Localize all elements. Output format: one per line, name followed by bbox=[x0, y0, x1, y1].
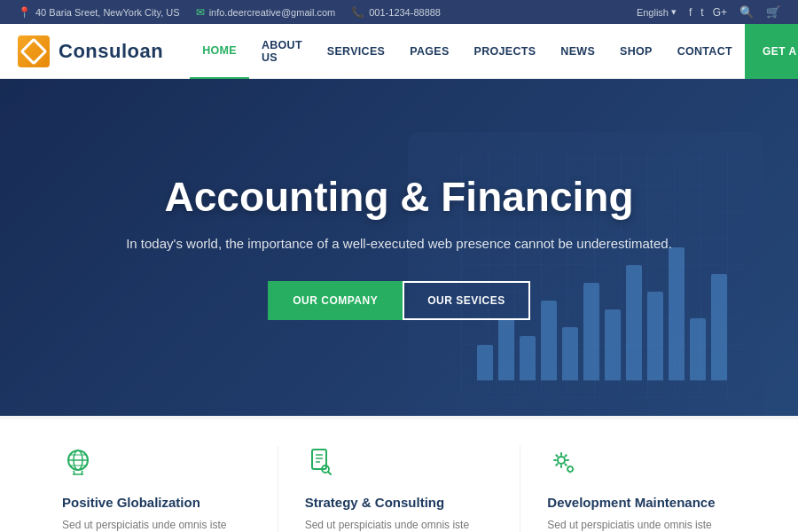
nav-shop[interactable]: SHOP bbox=[607, 24, 665, 79]
chart-bar bbox=[711, 274, 727, 380]
email-icon: ✉ bbox=[196, 6, 205, 19]
nav-pages[interactable]: PAGES bbox=[397, 24, 461, 79]
nav-contact[interactable]: CONTACT bbox=[665, 24, 745, 79]
chart-bar bbox=[605, 309, 621, 380]
hero-subtitle: In today's world, the importance of a we… bbox=[126, 234, 672, 254]
nav-about[interactable]: ABOUT US bbox=[249, 24, 315, 79]
brand-logo bbox=[18, 35, 50, 67]
chart-bar bbox=[690, 318, 706, 380]
doc-search-icon bbox=[305, 446, 494, 484]
nav-news[interactable]: NEWS bbox=[548, 24, 607, 79]
feature-consulting-text: Sed ut perspiciatis unde omnis iste natu… bbox=[305, 517, 494, 532]
email-text: info.deercreative@gmail.com bbox=[209, 7, 336, 18]
twitter-icon[interactable]: t bbox=[700, 6, 703, 19]
chart-bar bbox=[520, 336, 536, 380]
brand-logo-diamond bbox=[20, 37, 47, 65]
feature-globalization-title: Positive Globalization bbox=[62, 495, 251, 510]
hero-content: Accounting & Financing In today's world,… bbox=[90, 175, 708, 319]
top-bar-right: English ▾ f t G+ 🔍 🛒 bbox=[637, 5, 780, 19]
address-text: 40 Baria Sreet, NewYork City, US bbox=[35, 7, 180, 18]
gear-icon bbox=[547, 446, 736, 484]
facebook-icon[interactable]: f bbox=[689, 6, 692, 19]
chart-bar bbox=[562, 327, 578, 380]
feature-globalization-text: Sed ut perspiciatis unde omnis iste natu… bbox=[62, 517, 251, 532]
feature-maintenance: Development Maintenance Sed ut perspicia… bbox=[520, 446, 763, 532]
feature-consulting: Strategy & Consulting Sed ut perspiciati… bbox=[278, 446, 521, 532]
chevron-down-icon: ▾ bbox=[671, 6, 677, 18]
svg-line-13 bbox=[328, 472, 331, 474]
nav-projects[interactable]: PROJECTS bbox=[462, 24, 549, 79]
feature-maintenance-title: Development Maintenance bbox=[547, 495, 736, 510]
brand[interactable]: Consuloan bbox=[18, 35, 163, 67]
svg-point-14 bbox=[558, 457, 565, 464]
nav-links: HOME ABOUT US SERVICES PAGES PROJECTS NE… bbox=[190, 24, 745, 79]
brand-name: Consuloan bbox=[59, 40, 163, 63]
social-icons: f t G+ bbox=[689, 6, 727, 19]
phone-icon: 📞 bbox=[351, 6, 364, 19]
features-section: Positive Globalization Sed ut perspiciat… bbox=[0, 416, 798, 532]
top-bar-left: 📍 40 Baria Sreet, NewYork City, US ✉ inf… bbox=[18, 6, 441, 19]
search-icon[interactable]: 🔍 bbox=[739, 5, 754, 19]
hero-buttons: OUR COMPANY OUR SEVICES bbox=[126, 281, 672, 320]
services-button[interactable]: OUR SEVICES bbox=[403, 281, 530, 320]
email-item: ✉ info.deercreative@gmail.com bbox=[196, 6, 336, 19]
location-icon: 📍 bbox=[18, 6, 31, 19]
language-text: English bbox=[637, 7, 669, 18]
top-bar: 📍 40 Baria Sreet, NewYork City, US ✉ inf… bbox=[0, 0, 798, 24]
phone-text: 001-1234-88888 bbox=[369, 7, 441, 18]
chart-bar bbox=[477, 345, 493, 380]
googleplus-icon[interactable]: G+ bbox=[713, 6, 727, 19]
address-item: 📍 40 Baria Sreet, NewYork City, US bbox=[18, 6, 180, 19]
feature-globalization: Positive Globalization Sed ut perspiciat… bbox=[35, 446, 278, 532]
chart-bar bbox=[498, 318, 514, 380]
feature-consulting-title: Strategy & Consulting bbox=[305, 495, 494, 510]
hero-section: Accounting & Financing In today's world,… bbox=[0, 79, 798, 416]
feature-maintenance-text: Sed ut perspiciatis unde omnis iste natu… bbox=[547, 517, 736, 532]
nav-home[interactable]: HOME bbox=[190, 24, 249, 79]
phone-item: 📞 001-1234-88888 bbox=[351, 6, 441, 19]
quote-button[interactable]: GET A QUOTE bbox=[745, 24, 798, 79]
cart-icon[interactable]: 🛒 bbox=[766, 5, 780, 19]
language-selector[interactable]: English ▾ bbox=[637, 6, 677, 18]
globe-icon bbox=[62, 446, 251, 484]
hero-title: Accounting & Financing bbox=[126, 175, 672, 220]
nav-services[interactable]: SERVICES bbox=[315, 24, 397, 79]
navbar: Consuloan HOME ABOUT US SERVICES PAGES P… bbox=[0, 24, 798, 79]
company-button[interactable]: OUR COMPANY bbox=[268, 281, 403, 320]
